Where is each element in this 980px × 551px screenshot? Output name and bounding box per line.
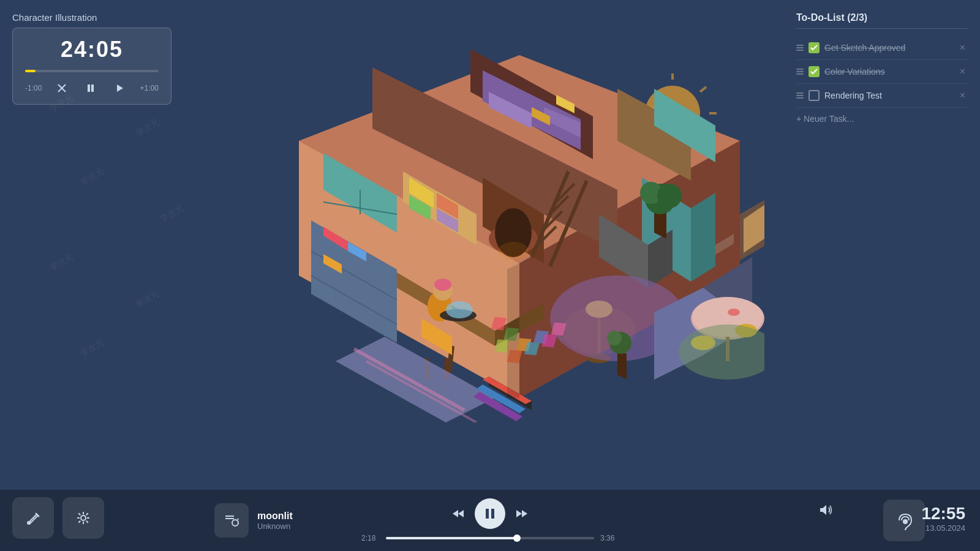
brush-tool-button[interactable] [12,497,54,539]
checkbox-2[interactable] [809,66,820,77]
music-buttons [451,498,529,529]
timer-progress [25,70,159,72]
todo-label-1: Get Sketch Approved [824,43,952,53]
svg-rect-119 [486,509,489,519]
music-section: moonlit Unknown [214,503,293,538]
todo-add-button[interactable]: + Neuer Task... [796,108,854,130]
svg-point-60 [434,279,451,291]
svg-point-21 [498,242,529,260]
timer-cancel-button[interactable] [53,81,70,96]
rewind-button[interactable] [451,507,465,520]
music-library-button[interactable] [214,503,249,538]
svg-marker-103 [507,263,519,398]
timer-progress-fill [25,70,36,72]
todo-header: To-Do-List (2/3) [796,12,968,29]
clock-date: 13.05.2024 [921,523,965,533]
timer-minus-label: -1:00 [25,84,42,92]
music-controls: 2:18 3:36 [361,498,619,542]
music-progress: 2:18 3:36 [361,534,619,542]
todo-add-label: + Neuer Task... [796,114,854,124]
music-info: moonlit Unknown [257,511,293,531]
checkbox-1[interactable] [809,42,820,53]
music-progress-fill [386,537,517,539]
music-progress-bar[interactable] [386,537,594,539]
svg-rect-107 [91,84,94,92]
timer-pause-button[interactable] [82,81,99,96]
todo-label-2: Color Variations [824,67,952,77]
timer-plus-label: +1:00 [140,84,159,92]
svg-point-37 [657,184,682,208]
watermark-4: 学次元 [158,203,186,225]
svg-point-87 [728,309,740,316]
watermark-7: 学次元 [78,337,106,360]
todo-item-3: Rendering Test × [796,84,968,108]
svg-rect-5 [274,18,764,19]
clock-time: 12:55 [921,504,965,523]
svg-point-124 [903,519,908,524]
music-progress-thumb [513,534,521,542]
svg-rect-112 [225,515,234,517]
svg-rect-113 [225,518,234,519]
svg-marker-121 [516,510,522,517]
svg-marker-118 [458,510,464,517]
svg-point-62 [446,301,473,318]
timer-title: Character Illustration [12,12,172,23]
timer-display: 24:05 [25,37,159,62]
svg-marker-122 [522,510,527,517]
svg-rect-106 [88,84,90,92]
watermark-6: 学次元 [134,288,161,311]
music-time-total: 3:36 [600,534,619,542]
todo-delete-3[interactable]: × [957,89,968,102]
svg-marker-117 [453,510,458,517]
drag-handle-2[interactable] [796,69,804,75]
timer-play-button[interactable] [111,81,129,96]
todo-label-3: Rendering Test [824,91,952,100]
volume-button[interactable] [818,503,833,520]
svg-rect-120 [491,509,494,519]
svg-point-93 [607,331,622,345]
svg-point-114 [232,520,238,526]
svg-marker-123 [820,505,826,515]
pause-button[interactable] [475,498,505,529]
room-illustration [274,18,764,422]
bottom-left-buttons [12,497,104,539]
music-title: moonlit [257,511,293,522]
settings-button[interactable] [62,497,104,539]
svg-point-111 [81,515,86,520]
ear-button[interactable] [883,500,925,541]
todo-item-1: Get Sketch Approved × [796,36,968,60]
timer-controls: -1:00 +1:00 [25,81,159,96]
checkbox-3[interactable] [809,90,820,101]
watermark-5: 学次元 [48,252,75,274]
timer-box: 24:05 -1:00 +1: [12,28,172,105]
music-time-current: 2:18 [361,534,380,542]
watermark-3: 学次元 [78,166,106,189]
drag-handle-3[interactable] [796,92,804,99]
todo-delete-1[interactable]: × [957,41,968,54]
fast-forward-button[interactable] [515,507,529,520]
svg-marker-108 [117,84,123,92]
todo-widget: To-Do-List (2/3) Get Sketch Approved × C… [796,12,968,130]
svg-line-16 [700,87,706,92]
clock-display: 12:55 13.05.2024 [921,504,965,533]
svg-marker-29 [691,193,715,282]
drag-handle-1[interactable] [796,45,804,51]
timer-widget: Character Illustration 24:05 -1:00 [12,12,172,105]
svg-rect-30 [274,18,275,19]
svg-point-110 [27,521,31,525]
music-artist: Unknown [257,522,293,531]
todo-item-2: Color Variations × [796,60,968,84]
svg-line-116 [238,519,238,520]
todo-delete-2[interactable]: × [957,65,968,78]
watermark-2: 学次元 [134,117,161,140]
music-player: moonlit Unknown [0,490,980,551]
